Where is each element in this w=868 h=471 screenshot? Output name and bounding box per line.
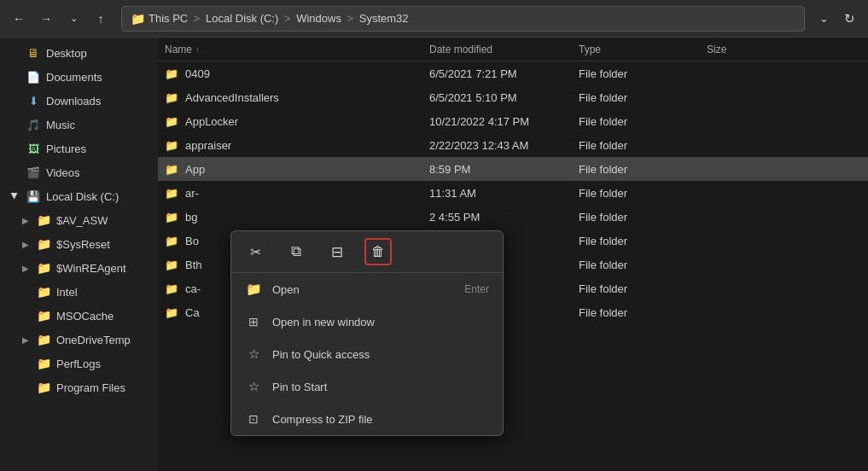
expand-arrow-videos — [10, 167, 20, 177]
sidebar-label-winreagent: $WinREAgent — [56, 262, 126, 275]
expand-arrow-av-asw: ▶ — [20, 215, 31, 225]
row-file-name: ca- — [185, 282, 201, 295]
expand-arrow-local-disk: ▶ — [10, 191, 20, 201]
context-menu-open-new-window[interactable]: ⊞ Open in new window — [231, 305, 503, 338]
sidebar-item-videos[interactable]: 🎬 Videos — [0, 160, 158, 184]
context-menu-open[interactable]: 📁 Open Enter — [231, 273, 503, 305]
expand-arrow-documents — [10, 72, 20, 82]
sidebar-item-pictures[interactable]: 🖼 Pictures — [0, 137, 158, 160]
program-files-icon: 📁 — [36, 380, 51, 395]
row-date: 6/5/2021 7:21 PM — [429, 67, 579, 80]
sidebar-item-music[interactable]: 🎵 Music — [0, 113, 158, 137]
downloads-icon: ⬇ — [26, 93, 41, 108]
address-folder-icon: 📁 — [131, 12, 145, 26]
file-list-header: Name ↑ Date modified Type Size — [158, 38, 868, 61]
context-menu-pin-start[interactable]: ☆ Pin to Start — [231, 370, 503, 403]
refresh-button[interactable]: ↻ — [837, 7, 861, 31]
row-type: File folder — [579, 306, 707, 319]
sidebar-item-msocache[interactable]: 📁 MSOCache — [0, 304, 158, 328]
pin-start-label: Pin to Start — [272, 381, 479, 393]
up-button[interactable]: ↑ — [89, 7, 113, 31]
pictures-icon: 🖼 — [26, 141, 41, 156]
open-new-window-label: Open in new window — [272, 316, 479, 329]
row-file-name: AppLocker — [185, 115, 238, 128]
sidebar-item-sysreset[interactable]: ▶ 📁 $SysReset — [0, 232, 158, 256]
back-button[interactable]: ← — [7, 7, 31, 31]
open-shortcut: Enter — [464, 283, 489, 295]
row-date: 8:59 PM — [429, 163, 579, 176]
context-menu-pin-quick-access[interactable]: ☆ Pin to Quick access — [231, 338, 503, 370]
sidebar-label-desktop: Desktop — [46, 47, 87, 60]
delete-button[interactable]: 🗑 — [364, 238, 392, 265]
row-file-name: App — [185, 163, 205, 176]
row-file-name: appraiser — [185, 139, 231, 152]
sidebar-item-onedrivetemp[interactable]: ▶ 📁 OneDriveTemp — [0, 328, 158, 352]
forward-button[interactable]: → — [34, 7, 58, 31]
open-new-window-icon: ⊞ — [245, 313, 262, 330]
onedrivetemp-icon: 📁 — [36, 332, 51, 347]
rename-button[interactable]: ⊟ — [323, 238, 351, 265]
table-row-selected[interactable]: 📁 App 8:59 PM File folder — [158, 157, 868, 181]
row-date: 2/22/2023 12:43 AM — [429, 139, 579, 152]
breadcrumb: This PC > Local Disk (C:) > Windows > Sy… — [149, 12, 409, 25]
nav-bar: ← → ⌄ ↑ 📁 This PC > Local Disk (C:) > Wi… — [0, 0, 868, 38]
expand-arrow-sysreset: ▶ — [20, 239, 31, 249]
sidebar-item-intel[interactable]: 📁 Intel — [0, 280, 158, 304]
table-row[interactable]: 📁 AdvancedInstallers 6/5/2021 5:10 PM Fi… — [158, 85, 868, 109]
context-menu: ✂ ⧉ ⊟ 🗑 📁 Open Enter ⊞ Open in new windo… — [230, 230, 504, 436]
row-date: 6/5/2021 5:10 PM — [429, 91, 579, 104]
sidebar-label-intel: Intel — [56, 286, 78, 299]
context-menu-compress-zip[interactable]: ⊡ Compress to ZIP file — [231, 403, 503, 435]
address-bar-right: ⌄ ↻ — [813, 7, 861, 31]
row-date: 11:31 AM — [429, 187, 579, 200]
desktop-icon: 🖥 — [26, 45, 41, 61]
table-row[interactable]: 📁 bg 2 4:55 PM File folder — [158, 205, 868, 229]
sidebar-item-program-files[interactable]: 📁 Program Files — [0, 375, 158, 399]
table-row[interactable]: 📁 ar- 11:31 AM File folder — [158, 181, 868, 205]
row-folder-icon: 📁 — [165, 306, 178, 319]
column-header-name[interactable]: Name ↑ — [165, 44, 429, 55]
column-header-type[interactable]: Type — [579, 44, 707, 55]
table-row[interactable]: 📁 AppLocker 10/21/2022 4:17 PM File fold… — [158, 109, 868, 133]
sidebar-label-program-files: Program Files — [56, 381, 125, 394]
sidebar-item-documents[interactable]: 📄 Documents — [0, 65, 158, 89]
recent-button[interactable]: ⌄ — [61, 7, 85, 31]
msocache-icon: 📁 — [36, 308, 51, 323]
column-header-date[interactable]: Date modified — [429, 44, 579, 55]
expand-arrow-winreagent: ▶ — [20, 263, 31, 273]
sidebar-item-winreagent[interactable]: ▶ 📁 $WinREAgent — [0, 256, 158, 280]
sidebar-item-av-asw[interactable]: ▶ 📁 $AV_ASW — [0, 208, 158, 232]
intel-icon: 📁 — [36, 284, 51, 299]
copy-icon: ⧉ — [291, 243, 301, 260]
sidebar-item-desktop[interactable]: 🖥 Desktop — [0, 41, 158, 65]
cut-button[interactable]: ✂ — [242, 238, 269, 265]
row-type: File folder — [579, 139, 707, 152]
sidebar-label-perflogs: PerfLogs — [56, 358, 101, 370]
row-file-name: 0409 — [185, 67, 210, 80]
address-bar[interactable]: 📁 This PC > Local Disk (C:) > Windows > … — [121, 6, 805, 32]
expand-arrow-onedrivetemp: ▶ — [20, 334, 31, 345]
row-folder-icon: 📁 — [165, 163, 178, 176]
sidebar-item-local-disk[interactable]: ▶ 💾 Local Disk (C:) — [0, 184, 158, 208]
pin-quick-access-icon: ☆ — [245, 346, 262, 363]
address-dropdown-button[interactable]: ⌄ — [813, 7, 834, 31]
expand-arrow-perflogs — [20, 358, 31, 369]
perflogs-icon: 📁 — [36, 356, 51, 371]
sidebar-item-downloads[interactable]: ⬇ Downloads — [0, 89, 158, 113]
table-row[interactable]: 📁 appraiser 2/22/2023 12:43 AM File fold… — [158, 133, 868, 157]
expand-arrow-downloads — [10, 96, 20, 106]
row-folder-icon: 📁 — [165, 115, 178, 128]
expand-arrow-music — [10, 119, 20, 130]
row-type: File folder — [579, 163, 707, 176]
expand-arrow-intel — [20, 287, 31, 297]
copy-button[interactable]: ⧉ — [283, 238, 310, 265]
sidebar-item-perflogs[interactable]: 📁 PerfLogs — [0, 352, 158, 375]
row-folder-icon: 📁 — [165, 139, 178, 152]
column-header-size[interactable]: Size — [707, 44, 861, 55]
sidebar-label-onedrivetemp: OneDriveTemp — [56, 334, 131, 346]
expand-arrow-desktop — [10, 48, 20, 58]
table-row[interactable]: 📁 0409 6/5/2021 7:21 PM File folder — [158, 61, 868, 85]
row-date: 2 4:55 PM — [429, 211, 579, 224]
row-file-name: ar- — [185, 187, 199, 200]
expand-arrow-pictures — [10, 143, 20, 154]
